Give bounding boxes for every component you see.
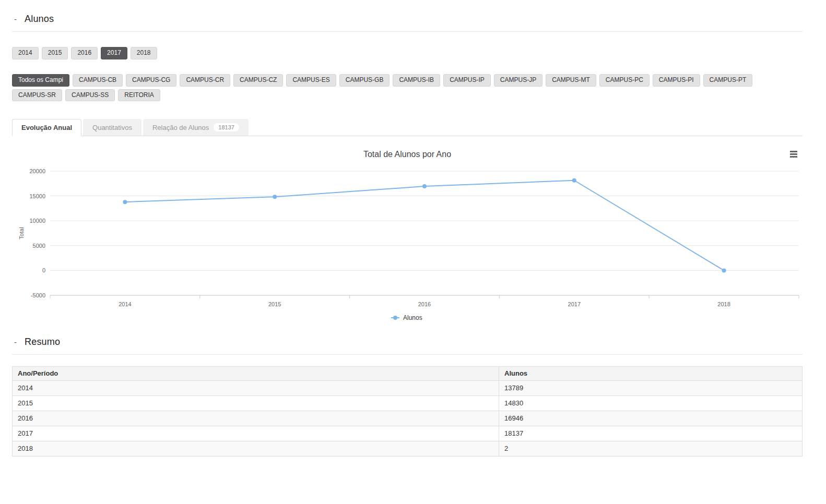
cell-ano-periodo: 2018 xyxy=(13,441,499,457)
resumo-table-header-row: Ano/PeríodoAlunos xyxy=(13,367,803,381)
tab-evolu-o-anual[interactable]: Evolução Anual xyxy=(12,119,81,136)
page-title-alunos: Alunos xyxy=(25,14,54,25)
chart-container: Total de Alunos por Ano20000150001000050… xyxy=(12,136,803,330)
cell-ano-periodo: 2015 xyxy=(13,396,499,411)
campus-button-campus-ss[interactable]: CAMPUS-SS xyxy=(65,89,115,102)
table-row: 201616946 xyxy=(13,411,803,426)
table-row: 201413789 xyxy=(13,381,803,396)
legend-marker-dot xyxy=(393,316,397,320)
hamburger-icon[interactable] xyxy=(790,151,797,158)
data-point-2016[interactable] xyxy=(422,185,427,189)
hamburger-bar xyxy=(790,153,797,155)
data-point-2015[interactable] xyxy=(273,195,277,199)
resumo-col-header-alunos: Alunos xyxy=(499,367,803,381)
section-header-alunos: - Alunos xyxy=(12,14,803,32)
campus-button-reitoria[interactable]: REITORIA xyxy=(118,89,160,102)
cell-alunos: 14830 xyxy=(499,396,803,411)
section-header-resumo: - Resumo xyxy=(12,337,803,355)
chart-legend[interactable]: Alunos xyxy=(391,314,422,321)
campus-button-campus-sr[interactable]: CAMPUS-SR xyxy=(12,89,62,102)
campus-button-campus-pc[interactable]: CAMPUS-PC xyxy=(599,74,650,87)
section-title-resumo: Resumo xyxy=(25,337,60,347)
campus-button-campus-cz[interactable]: CAMPUS-CZ xyxy=(233,74,283,87)
series-line-alunos xyxy=(125,181,724,271)
y-axis-tick-label: 0 xyxy=(42,268,45,274)
campus-filter-group: Todos os CampiCAMPUS-CBCAMPUS-CGCAMPUS-C… xyxy=(12,74,803,102)
y-axis-tick-label: 10000 xyxy=(29,218,45,224)
total-alunos-line-chart: Total de Alunos por Ano20000150001000050… xyxy=(12,136,803,330)
campus-button-campus-cg[interactable]: CAMPUS-CG xyxy=(126,74,176,87)
page: - Alunos 20142015201620172018 Todos os C… xyxy=(0,0,826,457)
hamburger-bar xyxy=(790,156,797,158)
year-button-2017[interactable]: 2017 xyxy=(101,47,127,59)
year-button-2016[interactable]: 2016 xyxy=(71,47,98,59)
cell-alunos: 18137 xyxy=(499,426,803,441)
y-axis-title: Total xyxy=(18,227,25,239)
year-button-2015[interactable]: 2015 xyxy=(42,47,68,59)
chart-title: Total de Alunos por Ano xyxy=(363,150,451,159)
y-axis-tick-label: 20000 xyxy=(29,168,45,174)
campus-button-campus-pt[interactable]: CAMPUS-PT xyxy=(703,74,753,87)
campus-button-todos-os-campi[interactable]: Todos os Campi xyxy=(12,74,69,87)
tab-rela-o-de-alunos[interactable]: Relação de Alunos18137 xyxy=(143,119,249,136)
cell-ano-periodo: 2017 xyxy=(13,426,499,441)
tab-bar: Evolução AnualQuantitativosRelação de Al… xyxy=(12,119,803,136)
resumo-col-header-ano-periodo: Ano/Período xyxy=(13,367,499,381)
campus-button-campus-ib[interactable]: CAMPUS-IB xyxy=(393,74,440,87)
y-axis-tick-label: 15000 xyxy=(29,193,45,199)
year-button-2018[interactable]: 2018 xyxy=(131,47,157,59)
table-row: 201514830 xyxy=(13,396,803,411)
tab-label: Relação de Alunos xyxy=(152,124,209,131)
year-button-2014[interactable]: 2014 xyxy=(12,47,39,59)
campus-button-campus-jp[interactable]: CAMPUS-JP xyxy=(494,74,542,87)
collapse-toggle-alunos[interactable]: - xyxy=(14,15,17,23)
x-axis-tick-label: 2015 xyxy=(268,301,281,307)
data-point-2014[interactable] xyxy=(123,200,127,205)
data-point-2018[interactable] xyxy=(722,269,726,273)
campus-button-campus-gb[interactable]: CAMPUS-GB xyxy=(339,74,390,87)
cell-ano-periodo: 2014 xyxy=(13,381,499,396)
x-axis-tick-label: 2014 xyxy=(119,301,131,307)
campus-button-campus-cr[interactable]: CAMPUS-CR xyxy=(180,74,230,87)
cell-alunos: 2 xyxy=(499,441,803,457)
campus-button-campus-es[interactable]: CAMPUS-ES xyxy=(286,74,336,87)
table-row: 201718137 xyxy=(13,426,803,441)
data-point-2017[interactable] xyxy=(572,178,576,183)
campus-button-campus-cb[interactable]: CAMPUS-CB xyxy=(73,74,123,87)
legend-label: Alunos xyxy=(403,314,422,321)
table-row: 20182 xyxy=(13,441,803,457)
hamburger-bar xyxy=(790,151,797,152)
x-axis-tick-label: 2017 xyxy=(568,301,581,307)
year-filter-group: 20142015201620172018 xyxy=(12,47,803,59)
campus-button-campus-ip[interactable]: CAMPUS-IP xyxy=(443,74,491,87)
campus-button-campus-mt[interactable]: CAMPUS-MT xyxy=(546,74,596,87)
campus-button-campus-pi[interactable]: CAMPUS-PI xyxy=(653,74,700,87)
tab-count-badge: 18137 xyxy=(214,123,239,131)
tab-quantitativos[interactable]: Quantitativos xyxy=(83,119,141,136)
y-axis-tick-label: -5000 xyxy=(31,292,45,298)
x-axis-tick-label: 2016 xyxy=(418,301,431,307)
y-axis-tick-label: 5000 xyxy=(33,243,45,249)
cell-alunos: 13789 xyxy=(499,381,803,396)
tab-label: Evolução Anual xyxy=(21,124,72,131)
cell-alunos: 16946 xyxy=(499,411,803,426)
resumo-table: Ano/PeríodoAlunos 2014137892015148302016… xyxy=(12,366,803,457)
x-axis-tick-label: 2018 xyxy=(717,301,730,307)
tab-label: Quantitativos xyxy=(92,124,132,131)
collapse-toggle-resumo[interactable]: - xyxy=(14,338,17,346)
cell-ano-periodo: 2016 xyxy=(13,411,499,426)
